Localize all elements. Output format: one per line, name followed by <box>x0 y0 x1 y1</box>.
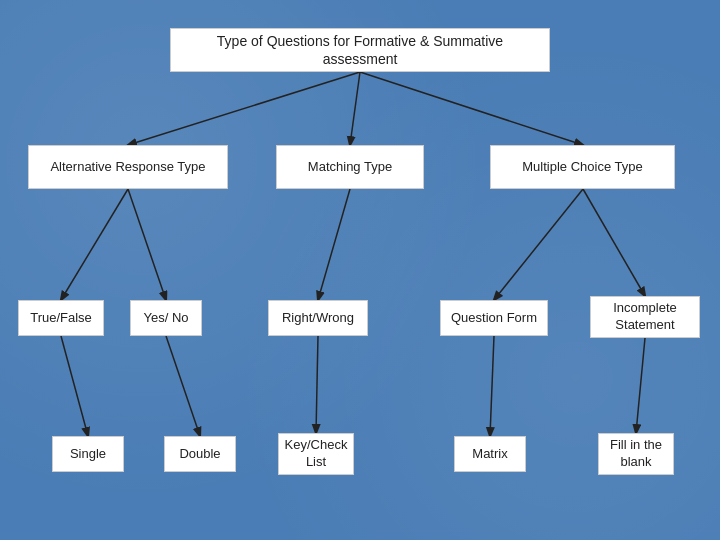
rightwrong-label: Right/Wrong <box>282 310 354 327</box>
double-label: Double <box>179 446 220 463</box>
keycheck-label: Key/Check List <box>285 437 348 471</box>
fillblank-label: Fill in the blank <box>607 437 665 471</box>
keycheck-box: Key/Check List <box>278 433 354 475</box>
rightwrong-box: Right/Wrong <box>268 300 368 336</box>
yesno-box: Yes/ No <box>130 300 202 336</box>
single-box: Single <box>52 436 124 472</box>
matrix-label: Matrix <box>472 446 507 463</box>
truefalse-box: True/False <box>18 300 104 336</box>
fillblank-box: Fill in the blank <box>598 433 674 475</box>
yesno-label: Yes/ No <box>143 310 188 327</box>
single-label: Single <box>70 446 106 463</box>
multiple-choice-box: Multiple Choice Type <box>490 145 675 189</box>
incomplete-label: Incomplete Statement <box>599 300 691 334</box>
incomplete-box: Incomplete Statement <box>590 296 700 338</box>
multiple-label: Multiple Choice Type <box>522 159 642 176</box>
matching-type-box: Matching Type <box>276 145 424 189</box>
alt-label: Alternative Response Type <box>50 159 205 176</box>
matching-label: Matching Type <box>308 159 392 176</box>
alternative-response-box: Alternative Response Type <box>28 145 228 189</box>
root-label: Type of Questions for Formative & Summat… <box>179 32 541 68</box>
questionform-box: Question Form <box>440 300 548 336</box>
questionform-label: Question Form <box>451 310 537 327</box>
root-box: Type of Questions for Formative & Summat… <box>170 28 550 72</box>
double-box: Double <box>164 436 236 472</box>
truefalse-label: True/False <box>30 310 92 327</box>
matrix-box: Matrix <box>454 436 526 472</box>
